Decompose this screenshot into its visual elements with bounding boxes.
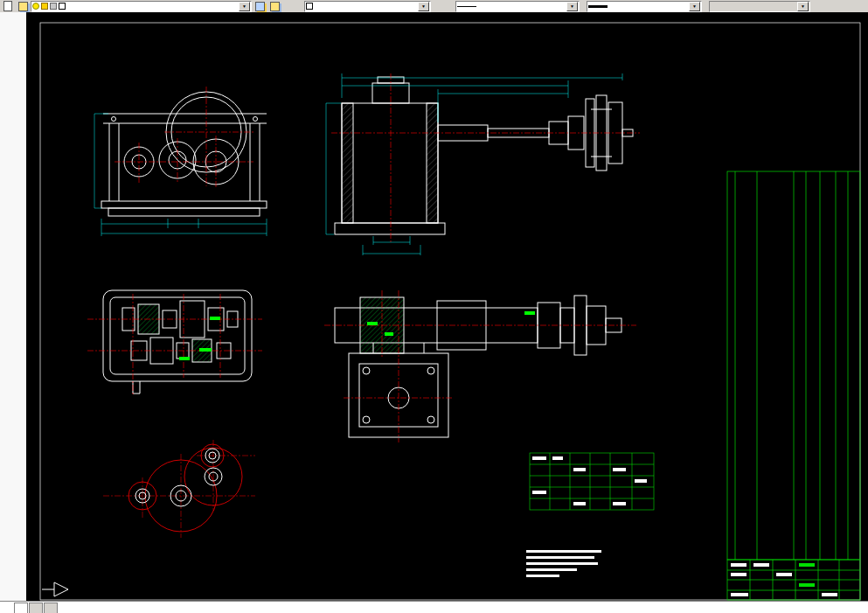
document-icon [3, 1, 12, 11]
layer-previous-button[interactable] [253, 0, 267, 12]
gear-schematic-drawing[interactable] [103, 440, 255, 538]
linetype-preview-icon [457, 6, 476, 7]
layer-color-swatch-icon [59, 3, 66, 10]
tab-axonometric[interactable] [14, 603, 28, 613]
layout-tabbar [0, 601, 868, 613]
spec-table[interactable] [530, 453, 654, 510]
plot-style-dropdown: ▼ [709, 1, 810, 12]
ucs-icon [42, 582, 68, 596]
layer-properties-button[interactable] [16, 0, 30, 12]
object-properties-toolbar: ▼ ▼ ▼ ▼ ▼ [0, 0, 868, 13]
section-aa-drawing[interactable] [103, 290, 252, 394]
layer-on-icon [32, 3, 39, 10]
title-block[interactable] [727, 560, 860, 600]
bom-table[interactable] [727, 171, 860, 560]
layer-previous-icon [255, 2, 265, 11]
tab-layout1[interactable] [29, 603, 43, 613]
cad-application-window: ▼ ▼ ▼ ▼ ▼ [0, 0, 868, 613]
chevron-down-icon[interactable]: ▼ [418, 2, 429, 11]
chevron-down-icon[interactable]: ▼ [566, 2, 578, 11]
chevron-down-icon: ▼ [797, 2, 809, 11]
color-swatch-icon [306, 3, 313, 10]
section-aa-centerlines [87, 294, 262, 395]
layer-lock-icon [50, 3, 57, 10]
chevron-down-icon[interactable]: ▼ [689, 2, 700, 11]
layer-states-button[interactable] [267, 0, 281, 12]
technical-requirements-block [526, 550, 601, 577]
linetype-dropdown[interactable]: ▼ [455, 1, 580, 12]
layer-states-icon [270, 2, 280, 11]
layer-thaw-icon [41, 3, 48, 10]
drawing-svg [26, 12, 868, 602]
side-panel [0, 12, 27, 602]
lineweight-preview-icon [588, 5, 608, 8]
color-dropdown[interactable]: ▼ [304, 1, 431, 12]
drawing-canvas[interactable] [26, 12, 868, 602]
tech-requirements-lines [526, 550, 601, 577]
lineweight-dropdown[interactable]: ▼ [587, 1, 702, 12]
front-view-drawing[interactable] [101, 92, 267, 216]
chevron-down-icon[interactable]: ▼ [239, 2, 250, 11]
section-bb-drawing[interactable] [335, 296, 621, 437]
layers-icon [18, 2, 28, 11]
side-view-drawing[interactable] [335, 77, 633, 234]
title-block-labels [799, 563, 815, 587]
drawing-frame [40, 23, 860, 600]
tab-layout2[interactable] [44, 603, 58, 613]
side-view-dimensions [326, 73, 622, 255]
make-object-layer-current-button[interactable] [1, 0, 15, 12]
layer-dropdown[interactable]: ▼ [31, 1, 252, 12]
